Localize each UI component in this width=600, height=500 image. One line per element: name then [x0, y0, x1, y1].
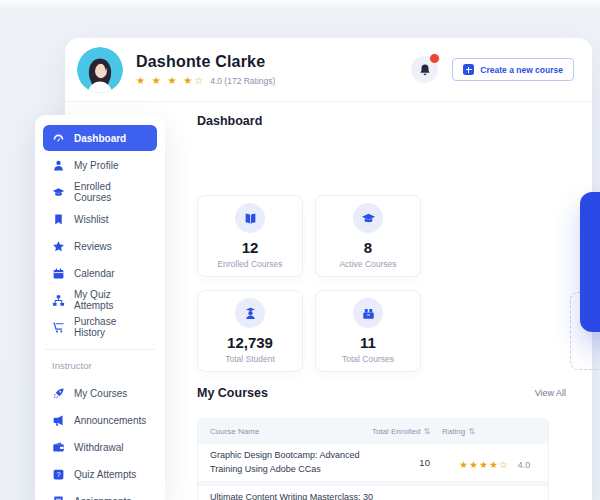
sidebar-item-enrolled-courses[interactable]: Enrolled Courses — [43, 179, 157, 205]
sidebar-item-wishlist[interactable]: Wishlist — [43, 206, 157, 232]
clipboard-icon — [52, 495, 65, 500]
sidebar-section-instructor: Instructor — [43, 360, 157, 371]
student-icon — [235, 298, 265, 328]
sidebar-item-purchase-history[interactable]: Purchase History — [43, 314, 157, 340]
graduation-cap-icon — [52, 186, 65, 199]
main-content: Dashboard 12 Enrolled Courses 8 Active C… — [197, 102, 592, 500]
person-icon — [52, 159, 65, 172]
page-title: Dashboard — [197, 114, 592, 128]
table-header: Course Name Total Enrolled ⇅ Rating ⇅ — [198, 419, 548, 444]
sitemap-icon — [52, 294, 65, 307]
plus-icon — [463, 64, 474, 75]
stat-card-total-courses: 11 Total Courses — [315, 290, 421, 372]
sidebar-item-dashboard[interactable]: Dashboard — [43, 125, 157, 151]
stat-label: Total Courses — [342, 354, 394, 364]
stat-card-enrolled-courses: 12 Enrolled Courses — [197, 195, 303, 277]
sidebar-item-my-quiz-attempts[interactable]: My Quiz Attempts — [43, 287, 157, 313]
stat-value: 12,739 — [227, 334, 273, 351]
my-courses-table: Course Name Total Enrolled ⇅ Rating ⇅ Gr… — [197, 418, 549, 500]
sidebar-item-announcements[interactable]: Announcements — [43, 407, 157, 433]
sidebar-divider — [45, 349, 155, 350]
stat-card-total-student: 12,739 Total Student — [197, 290, 303, 372]
bookmark-icon — [52, 213, 65, 226]
rating-value: 4.0 — [518, 460, 531, 470]
gauge-icon — [52, 132, 65, 145]
graduation-cap-icon — [353, 203, 383, 233]
rating-stars: ★★★★☆ — [459, 459, 509, 470]
user-rating: ★ ★ ★ ★☆ 4.0 (172 Ratings) — [136, 75, 275, 86]
create-course-button[interactable]: Create a new course — [452, 58, 574, 81]
course-name: Ultimate Content Writing Masterclass: 30… — [210, 491, 392, 500]
column-course-name: Course Name — [198, 427, 362, 436]
sidebar-item-my-courses[interactable]: My Courses — [43, 380, 157, 406]
sidebar-item-reviews[interactable]: Reviews — [43, 233, 157, 259]
bell-icon — [418, 63, 432, 77]
stat-label: Active Courses — [339, 259, 396, 269]
stat-card-active-courses: 8 Active Courses — [315, 195, 421, 277]
notifications-button[interactable] — [411, 56, 438, 83]
sort-icon: ⇅ — [423, 427, 430, 436]
rocket-icon — [52, 387, 65, 400]
total-earnings-card[interactable]: $1,231 Total Earnings — [580, 192, 600, 332]
header-actions: Create a new course — [411, 56, 574, 83]
cart-icon — [52, 321, 65, 334]
sidebar-item-my-profile[interactable]: My Profile — [43, 152, 157, 178]
sidebar-item-quiz-attempts[interactable]: ? Quiz Attempts — [43, 461, 157, 487]
enrolled-count: 10 — [392, 457, 457, 468]
avatar[interactable] — [77, 47, 123, 93]
sidebar-item-calendar[interactable]: Calendar — [43, 260, 157, 286]
view-all-link[interactable]: View All — [535, 388, 566, 398]
table-row[interactable]: Ultimate Content Writing Masterclass: 30… — [198, 486, 548, 500]
star-icon — [52, 240, 65, 253]
calendar-icon — [52, 267, 65, 280]
stat-value: 11 — [360, 334, 376, 351]
sidebar-item-assignments[interactable]: Assignments — [43, 488, 157, 500]
column-total-enrolled[interactable]: Total Enrolled ⇅ — [362, 427, 440, 436]
megaphone-icon — [52, 414, 65, 427]
courses-box-icon — [353, 298, 383, 328]
svg-text:?: ? — [56, 470, 60, 479]
sidebar: Dashboard My Profile Enrolled Courses Wi… — [35, 115, 165, 500]
sort-icon: ⇅ — [468, 427, 475, 436]
sidebar-item-withdrawal[interactable]: Withdrawal — [43, 434, 157, 460]
notification-badge — [429, 53, 440, 64]
question-square-icon: ? — [52, 468, 65, 481]
stat-value: 8 — [364, 239, 372, 256]
column-rating[interactable]: Rating ⇅ — [440, 427, 548, 436]
course-name: Graphic Design Bootcamp: Advanced Traini… — [210, 449, 392, 477]
user-block: Dashonte Clarke ★ ★ ★ ★☆ 4.0 (172 Rating… — [136, 53, 275, 86]
rating-stars: ★ ★ ★ ★☆ — [136, 75, 205, 86]
stat-value: 12 — [242, 239, 259, 256]
stats-grid: 12 Enrolled Courses 8 Active Courses 12,… — [197, 195, 421, 372]
app-header: Dashonte Clarke ★ ★ ★ ★☆ 4.0 (172 Rating… — [65, 38, 592, 102]
table-row[interactable]: Graphic Design Bootcamp: Advanced Traini… — [198, 444, 548, 486]
open-book-icon — [235, 203, 265, 233]
user-name: Dashonte Clarke — [136, 53, 275, 71]
stat-label: Enrolled Courses — [217, 259, 282, 269]
my-courses-title: My Courses — [197, 386, 268, 400]
stat-label: Total Student — [225, 354, 275, 364]
my-courses-header: My Courses View All — [197, 386, 566, 400]
wallet-icon — [52, 441, 65, 454]
rating-text: 4.0 (172 Ratings) — [210, 76, 275, 86]
